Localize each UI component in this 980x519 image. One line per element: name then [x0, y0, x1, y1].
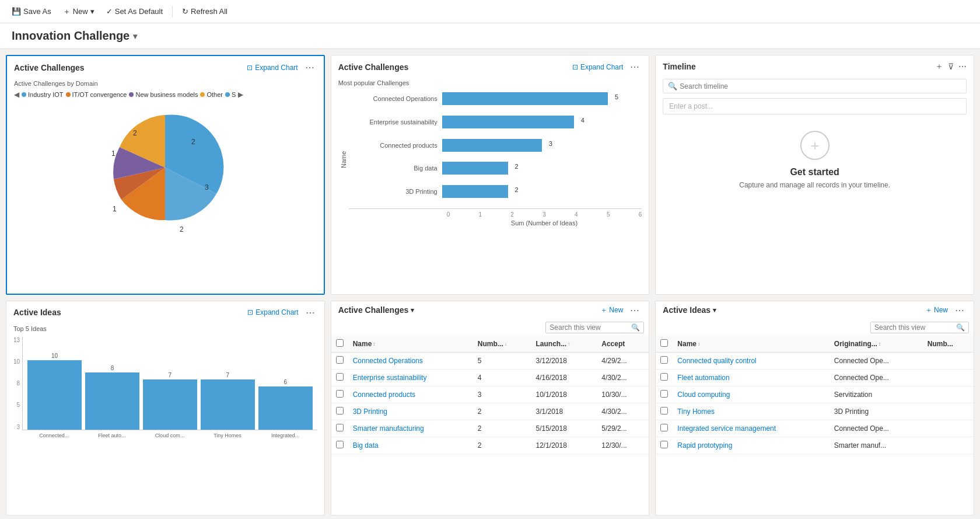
- col-num-id[interactable]: Numb...: [923, 336, 974, 353]
- col-originating[interactable]: Originating... ↕: [830, 336, 923, 353]
- ideas-search-box[interactable]: 🔍: [870, 322, 969, 333]
- col-launch[interactable]: Launch... ↑: [531, 336, 597, 353]
- challenges-more-button[interactable]: ⋯: [628, 305, 642, 316]
- pie-more-button[interactable]: ⋯: [303, 62, 317, 73]
- page-title[interactable]: Innovation Challenge ▾: [12, 29, 968, 43]
- bar-more-button[interactable]: ⋯: [628, 61, 642, 72]
- idea-name-cell[interactable]: Tiny Homes: [673, 403, 830, 420]
- timeline-filter-button[interactable]: ⊽: [948, 62, 954, 71]
- get-started-area: ＋ Get started Capture and manage all rec…: [663, 119, 967, 201]
- select-all-ideas-checkbox[interactable]: [660, 339, 668, 347]
- pie-chart-title: Active Challenges: [14, 63, 85, 72]
- row-checkbox-id[interactable]: [660, 441, 668, 448]
- bar-chart-content: Most popular Challenges Name Connected O…: [331, 76, 649, 294]
- timeline-more-button[interactable]: ⋯: [958, 62, 967, 71]
- timeline-search-box[interactable]: 🔍: [663, 79, 967, 93]
- page-title-chevron: ▾: [133, 32, 137, 41]
- table-row: Connected Operations 5 3/12/2018 4/29/2.…: [331, 352, 649, 369]
- row-checkbox[interactable]: [336, 424, 344, 431]
- select-all-checkbox[interactable]: [336, 339, 344, 347]
- table-row: Tiny Homes 3D Printing: [656, 403, 974, 420]
- refresh-icon: ↻: [182, 7, 188, 16]
- svg-text:3: 3: [205, 183, 209, 191]
- timeline-title: Timeline: [663, 62, 696, 71]
- table-row: Cloud computing Servitization: [656, 386, 974, 403]
- row-checkbox[interactable]: [336, 407, 344, 414]
- row-checkbox-id[interactable]: [660, 407, 668, 414]
- legend-dot-1: [22, 92, 26, 97]
- ideas-table-head: Name ↕ Originating... ↕ Numb...: [656, 336, 974, 353]
- challenge-name-cell[interactable]: Smarter manufacturing: [348, 420, 473, 437]
- row-checkbox-id[interactable]: [660, 373, 668, 381]
- bar-chart-header: Active Challenges ⊡ Expand Chart ⋯: [331, 55, 649, 76]
- challenges-new-button[interactable]: ＋ New: [600, 305, 623, 315]
- ideas-new-button[interactable]: ＋ New: [925, 305, 948, 315]
- ideas-search-input[interactable]: [874, 323, 956, 332]
- pie-expand-button[interactable]: ⊡ Expand Chart: [247, 64, 298, 72]
- challenge-name-cell[interactable]: Big data: [348, 437, 473, 454]
- vbar-col-3: 7: [143, 372, 197, 430]
- get-started-title: Get started: [790, 167, 839, 177]
- challenges-header-row: Name ↕ Numb... ↓ Launch.: [331, 336, 649, 353]
- table-row: Fleet automation Connected Ope...: [656, 369, 974, 386]
- challenges-title-chevron[interactable]: ▾: [411, 306, 414, 314]
- enter-post-field[interactable]: Enter a post...: [663, 98, 967, 114]
- vbar-col-5: 6: [258, 379, 313, 430]
- save-icon: 💾: [12, 7, 21, 16]
- challenges-search-input[interactable]: [550, 323, 631, 332]
- idea-name-cell[interactable]: Integrated service management: [673, 420, 830, 437]
- idea-name-cell[interactable]: Rapid prototyping: [673, 437, 830, 454]
- plus-icon: ＋: [63, 6, 71, 17]
- col-checkbox[interactable]: [331, 336, 348, 353]
- challenge-name-cell[interactable]: Connected products: [348, 386, 473, 403]
- save-as-button[interactable]: 💾 Save As: [7, 5, 56, 18]
- row-checkbox[interactable]: [336, 356, 344, 364]
- bar-chart-card: Active Challenges ⊡ Expand Chart ⋯ Most …: [331, 55, 650, 295]
- row-checkbox[interactable]: [336, 373, 344, 381]
- vbar-chart-header: Active Ideas ⊡ Expand Chart ⋯: [6, 301, 324, 322]
- ideas-table-body: Connected quality control Connected Ope.…: [656, 352, 974, 454]
- vbar-chart-actions: ⊡ Expand Chart ⋯: [247, 307, 317, 318]
- legend-next[interactable]: ▶: [238, 90, 243, 99]
- row-checkbox[interactable]: [336, 441, 344, 448]
- row-checkbox-id[interactable]: [660, 424, 668, 431]
- challenge-name-cell[interactable]: Enterprise sustainability: [348, 369, 473, 386]
- expand-icon: ⊡: [247, 64, 253, 72]
- col-name[interactable]: Name ↕: [348, 336, 473, 353]
- legend-prev[interactable]: ◀: [14, 90, 19, 99]
- vbar-columns: 10 8 7: [22, 337, 317, 430]
- ideas-title-chevron[interactable]: ▾: [713, 306, 716, 314]
- bar-rows: Connected Operations 5 Enterprise sustai…: [349, 92, 642, 227]
- row-checkbox-id[interactable]: [660, 390, 668, 398]
- bar-chart-title: Active Challenges: [338, 62, 409, 72]
- bar-expand-button[interactable]: ⊡ Expand Chart: [572, 63, 623, 71]
- challenges-search-box[interactable]: 🔍: [545, 322, 644, 333]
- idea-name-cell[interactable]: Fleet automation: [673, 369, 830, 386]
- col-checkbox-id[interactable]: [656, 336, 673, 353]
- idea-name-cell[interactable]: Cloud computing: [673, 386, 830, 403]
- challenges-table-head: Name ↕ Numb... ↓ Launch.: [331, 336, 649, 353]
- vbar-more-button[interactable]: ⋯: [303, 307, 317, 318]
- check-icon: ✓: [106, 7, 113, 16]
- ideas-more-button[interactable]: ⋯: [953, 305, 967, 316]
- challenge-name-cell[interactable]: Connected Operations: [348, 352, 473, 369]
- timeline-add-button[interactable]: ＋: [935, 61, 943, 72]
- idea-name-cell[interactable]: Connected quality control: [673, 352, 830, 369]
- vbar-col-2: 8: [85, 365, 139, 430]
- col-name-id[interactable]: Name ↕: [673, 336, 830, 353]
- new-button[interactable]: ＋ New ▾: [58, 4, 99, 19]
- challenge-name-cell[interactable]: 3D Printing: [348, 403, 473, 420]
- refresh-all-button[interactable]: ↻ Refresh All: [177, 5, 232, 18]
- vbar-expand-button[interactable]: ⊡ Expand Chart: [247, 308, 298, 316]
- table-row: Connected products 3 10/1/2018 10/30/...: [331, 386, 649, 403]
- plus-icon-ch: ＋: [600, 305, 607, 315]
- row-checkbox-id[interactable]: [660, 356, 668, 364]
- timeline-search-input[interactable]: [680, 82, 961, 90]
- y-axis-labels: 13 10 8 5 3: [13, 337, 22, 430]
- row-checkbox[interactable]: [336, 390, 344, 398]
- vbar-chart-content: Top 5 Ideas 13 10 8 5 3 10: [6, 322, 324, 515]
- challenges-search-bar: 🔍: [331, 319, 649, 336]
- col-num[interactable]: Numb... ↓: [473, 336, 531, 353]
- set-as-default-button[interactable]: ✓ Set As Default: [102, 5, 167, 18]
- col-accept[interactable]: Accept: [597, 336, 649, 353]
